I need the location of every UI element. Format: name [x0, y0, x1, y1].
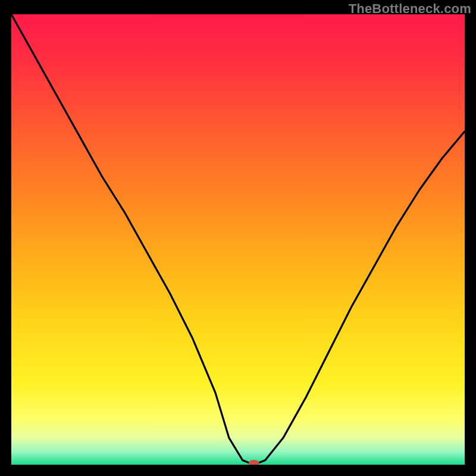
gradient-background	[11, 14, 465, 465]
chart-plot-area	[11, 14, 465, 465]
chart-frame: TheBottleneck.com	[0, 0, 476, 476]
chart-svg	[11, 14, 465, 465]
